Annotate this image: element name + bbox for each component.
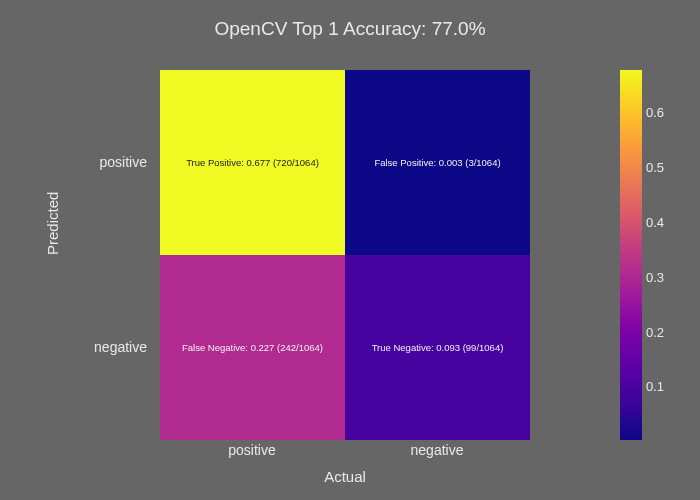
- x-tick-positive: positive: [228, 442, 275, 458]
- heatmap-grid: True Positive: 0.677 (720/1064) False Po…: [160, 70, 530, 440]
- x-tick-labels: positive negative: [160, 442, 530, 462]
- cell-label: True Negative: 0.093 (99/1064): [368, 338, 508, 357]
- colorbar: [620, 70, 642, 440]
- cell-label: True Positive: 0.677 (720/1064): [182, 153, 323, 172]
- cell-label: False Positive: 0.003 (3/1064): [370, 153, 504, 172]
- colorbar-tick: 0.6: [646, 105, 664, 120]
- colorbar-tick: 0.2: [646, 325, 664, 340]
- cell-true-negative: True Negative: 0.093 (99/1064): [345, 255, 530, 440]
- cell-false-positive: False Positive: 0.003 (3/1064): [345, 70, 530, 255]
- x-tick-negative: negative: [411, 442, 464, 458]
- y-tick-labels: positive negative: [0, 70, 155, 440]
- x-axis-title: Actual: [160, 468, 530, 485]
- colorbar-tick: 0.1: [646, 379, 664, 394]
- cell-label: False Negative: 0.227 (242/1064): [178, 338, 327, 357]
- colorbar-ticks: 0.1 0.2 0.3 0.4 0.5 0.6: [646, 70, 686, 440]
- colorbar-tick: 0.4: [646, 215, 664, 230]
- chart-title: OpenCV Top 1 Accuracy: 77.0%: [0, 18, 700, 40]
- colorbar-tick: 0.3: [646, 270, 664, 285]
- cell-false-negative: False Negative: 0.227 (242/1064): [160, 255, 345, 440]
- colorbar-tick: 0.5: [646, 160, 664, 175]
- cell-true-positive: True Positive: 0.677 (720/1064): [160, 70, 345, 255]
- y-tick-positive: positive: [100, 154, 147, 170]
- y-tick-negative: negative: [94, 339, 147, 355]
